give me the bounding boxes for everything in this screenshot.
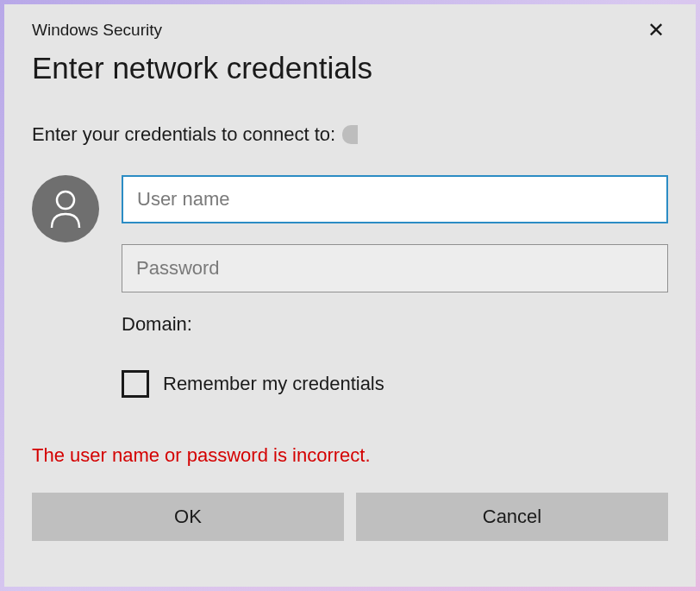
svg-point-0 [57,192,74,209]
password-input[interactable] [122,244,668,292]
remember-checkbox-label: Remember my credentials [163,373,384,395]
windows-security-dialog: Windows Security ✕ Enter network credent… [4,4,696,587]
close-icon[interactable]: ✕ [644,20,668,41]
error-message: The user name or password is incorrect. [32,444,668,467]
button-row: OK Cancel [32,493,668,541]
ok-button[interactable]: OK [32,493,344,541]
prompt-text: Enter your credentials to connect to: [32,123,335,146]
remember-checkbox[interactable] [122,370,149,398]
form-area: Domain: Remember my credentials [32,175,668,398]
target-name-placeholder [342,125,358,144]
remember-credentials-row[interactable]: Remember my credentials [122,370,668,398]
domain-label: Domain: [122,313,668,336]
cancel-button[interactable]: Cancel [356,493,668,541]
username-input[interactable] [122,175,668,223]
user-icon [32,175,99,242]
page-title: Enter network credentials [32,51,668,85]
credential-prompt: Enter your credentials to connect to: [32,123,668,146]
fields-column: Domain: Remember my credentials [122,175,668,398]
titlebar: Windows Security ✕ [32,20,668,41]
window-title: Windows Security [32,21,162,40]
